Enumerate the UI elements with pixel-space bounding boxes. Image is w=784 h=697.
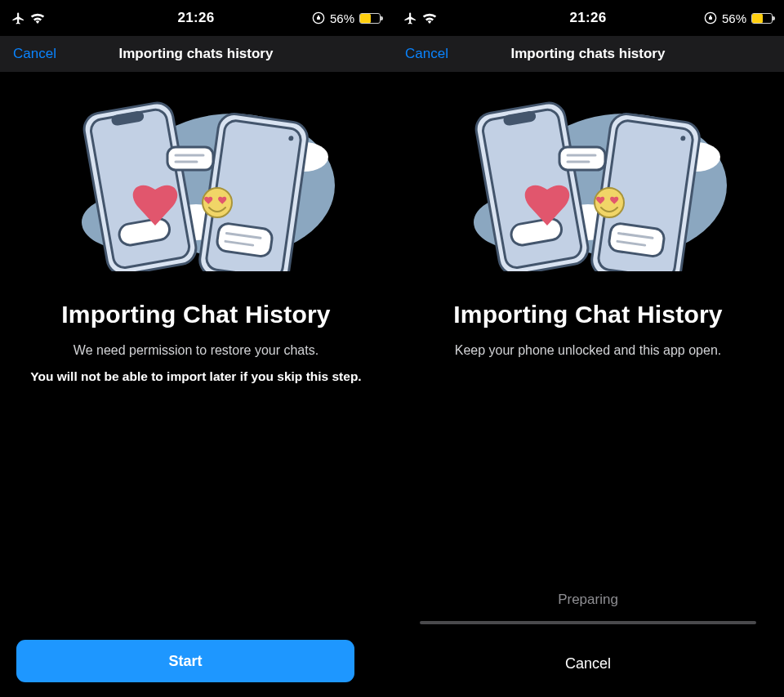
nav-bar: Cancel Importing chats history <box>392 36 784 72</box>
nav-cancel-button[interactable]: Cancel <box>405 36 448 72</box>
screens-pair: 21:26 56% Cancel Importing chats history <box>0 0 784 697</box>
progress-bar <box>420 621 756 624</box>
nav-title: Importing chats history <box>511 46 666 62</box>
nav-bar: Cancel Importing chats history <box>0 36 392 72</box>
nav-title: Importing chats history <box>119 46 274 62</box>
cancel-preparing-button[interactable]: Cancel <box>554 649 622 679</box>
start-button[interactable]: Start <box>16 640 354 682</box>
status-time: 21:26 <box>0 10 392 26</box>
preparing-footer: Preparing Cancel <box>420 592 756 679</box>
subtitle: We need permission to restore your chats… <box>54 343 338 358</box>
svg-rect-12 <box>216 222 273 257</box>
screen-start: 21:26 56% Cancel Importing chats history <box>0 0 392 697</box>
headline: Importing Chat History <box>453 301 722 328</box>
warning-text: You will not be able to import later if … <box>12 369 379 384</box>
preparing-label: Preparing <box>558 592 618 608</box>
status-time: 21:26 <box>392 10 784 26</box>
battery-icon <box>751 13 773 24</box>
screen-preparing: 21:26 56% Cancel Importing chats history <box>392 0 784 697</box>
subtitle: Keep your phone unlocked and this app op… <box>435 343 741 358</box>
battery-icon <box>359 13 381 24</box>
illustration <box>33 100 359 271</box>
svg-rect-34 <box>559 147 605 170</box>
status-bar: 21:26 56% <box>0 0 392 36</box>
svg-rect-31 <box>608 222 665 257</box>
nav-cancel-button[interactable]: Cancel <box>13 36 56 72</box>
illustration <box>425 100 751 271</box>
status-bar: 21:26 56% <box>392 0 784 36</box>
svg-rect-15 <box>167 147 213 170</box>
headline: Importing Chat History <box>61 301 330 328</box>
svg-point-18 <box>203 188 232 217</box>
